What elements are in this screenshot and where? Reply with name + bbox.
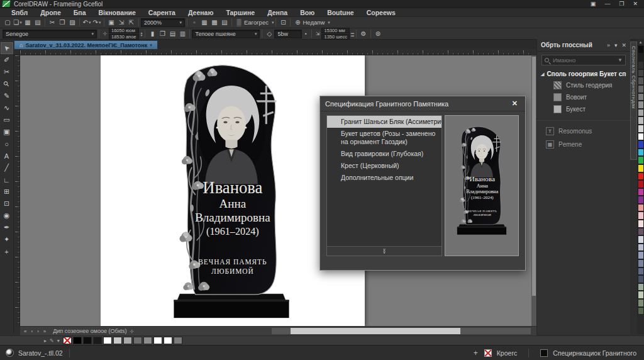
palette-swatch-27[interactable]: [638, 259, 644, 267]
options-icon[interactable]: ▒: [234, 18, 244, 27]
docker-group-header[interactable]: ◢ Споль гооорпия Букет сполонжазчный: [537, 69, 630, 79]
palette-swatch-15[interactable]: [638, 164, 644, 172]
docker-item-1[interactable]: Вовоит: [537, 91, 630, 103]
horizontal-scrollbar[interactable]: [272, 328, 531, 334]
pen-tool[interactable]: ✒: [1, 222, 13, 233]
text-tool[interactable]: A: [1, 150, 13, 162]
drawing-canvas[interactable]: Спецификация Гранитного Памятника ✕ Гран…: [20, 55, 531, 326]
spec-item-2[interactable]: Вид гравировки (Глубокая): [327, 148, 441, 160]
palette-swatch-5[interactable]: [638, 85, 644, 93]
monument-artwork[interactable]: [158, 60, 304, 320]
docker-search-input[interactable]: [552, 56, 615, 64]
doc-swatch-none[interactable]: [63, 337, 72, 344]
search-content-icon[interactable]: ▣: [106, 18, 116, 27]
rotate-icon[interactable]: ◇: [264, 29, 274, 38]
artistic-media-tool[interactable]: ∿: [1, 102, 13, 114]
palette-swatch-7[interactable]: [638, 101, 644, 109]
lock-ratio-icon[interactable]: ▪: [302, 29, 309, 38]
palette-swatch-0[interactable]: [638, 45, 644, 53]
restore-button[interactable]: ❐: [619, 1, 624, 7]
docker-search-box[interactable]: ▼: [541, 55, 626, 65]
horizontal-scrollbar-thumb[interactable]: [291, 328, 460, 334]
rectangle-tool[interactable]: ▭: [1, 114, 13, 126]
palette-swatch-23[interactable]: [638, 228, 644, 236]
palette-scroll-up-icon[interactable]: ▲: [637, 39, 644, 45]
ellipse-tool[interactable]: ○: [1, 138, 13, 150]
spec-item-0[interactable]: Гранит Шаньси Бляк (Ассиметричная: [327, 116, 441, 128]
palette-swatch-31[interactable]: [638, 291, 644, 299]
monument-preview-thumbnail[interactable]: [451, 125, 513, 235]
docker-menu-icon[interactable]: ▾: [614, 42, 618, 48]
polygon-tool[interactable]: ▣: [1, 126, 13, 138]
doc-swatch-6[interactable]: [123, 337, 132, 344]
dialog-close-button[interactable]: ✕: [509, 99, 520, 108]
palette-swatch-2[interactable]: [638, 61, 644, 69]
add-page-icon[interactable]: ⊹: [129, 329, 136, 334]
new-document-icon[interactable]: ▢: [3, 18, 13, 27]
settings-gear-icon[interactable]: ⚙: [358, 29, 369, 38]
no-fill-swatch[interactable]: [484, 349, 492, 357]
mesh-tool[interactable]: ⊡: [1, 198, 13, 210]
docker-extra-item-0[interactable]: TResomonus: [537, 125, 630, 138]
size-fields[interactable]: 15300 мм 1350 шесс: [321, 28, 349, 40]
prev-page-icon[interactable]: ‹: [30, 329, 34, 334]
palette-swatch-3[interactable]: [638, 69, 644, 77]
palette-swatch-13[interactable]: [638, 149, 644, 157]
export-icon[interactable]: ⇱: [126, 18, 136, 27]
menu-item-0[interactable]: Sпбл: [5, 9, 34, 16]
launch-dropdown[interactable]: Недапw▾: [303, 19, 330, 26]
doc-swatch-10[interactable]: [164, 337, 172, 344]
menu-item-8[interactable]: Вою: [294, 9, 321, 16]
outline-color-swatch[interactable]: [540, 349, 548, 357]
doc-swatch-11[interactable]: [174, 337, 182, 344]
palette-swatch-21[interactable]: [638, 211, 644, 220]
menu-item-7[interactable]: Денпа: [261, 9, 294, 16]
palette-swatch-1[interactable]: [638, 53, 644, 62]
filter-icon[interactable]: ▼: [618, 57, 623, 63]
tab-dropdown-icon[interactable]: ▾: [150, 43, 152, 48]
size-spinner[interactable]: ▬▬: [351, 31, 354, 37]
grid-icon-3[interactable]: ▤: [219, 18, 230, 27]
open-icon[interactable]: ❏▾: [13, 18, 23, 27]
cut-icon[interactable]: ✂: [47, 18, 57, 27]
grid-icon-1[interactable]: ▦: [199, 18, 209, 27]
mode-select[interactable]: Тепоее пшеяне▾: [192, 30, 260, 38]
palette-swatch-6[interactable]: [638, 93, 644, 101]
first-page-icon[interactable]: «: [23, 329, 28, 334]
knife-tool[interactable]: ✂: [1, 66, 13, 78]
palette-edit-icon[interactable]: ✎: [50, 338, 54, 344]
palette-swatch-11[interactable]: [638, 133, 644, 141]
palette-swatch-26[interactable]: [638, 251, 644, 259]
horizontal-ruler[interactable]: [20, 49, 531, 55]
menu-item-9[interactable]: Boutuне: [321, 9, 360, 16]
docker-item-0[interactable]: Стиль геодерия: [537, 79, 630, 91]
docker-extra-item-1[interactable]: ▦Pemene: [537, 138, 630, 151]
copy-icon[interactable]: ❐: [57, 18, 67, 27]
palette-swatch-19[interactable]: [638, 196, 644, 204]
palette-swatch-12[interactable]: [638, 140, 644, 149]
doc-swatch-1[interactable]: [73, 337, 82, 344]
spec-item-3[interactable]: Крест (Церковный): [327, 160, 441, 172]
docker-item-2[interactable]: Букест: [537, 103, 630, 115]
palette-swatch-25[interactable]: [638, 244, 644, 252]
palette-swatch-30[interactable]: [638, 283, 644, 291]
palette-swatch-18[interactable]: [638, 188, 644, 196]
menu-item-5[interactable]: Деенаю: [182, 9, 219, 16]
freehand-tool[interactable]: ✎: [1, 90, 13, 102]
spec-item-4[interactable]: Дополнительные опции: [327, 172, 441, 184]
eyedropper-tool[interactable]: ✦: [1, 233, 13, 245]
palette-options-icon[interactable]: ▾: [57, 338, 60, 344]
doc-swatch-4[interactable]: [103, 337, 112, 344]
more-tools[interactable]: +: [1, 245, 13, 257]
import-icon[interactable]: ⇲: [116, 18, 126, 27]
units-icon-1[interactable]: ▤: [167, 29, 177, 38]
angle-field[interactable]: 5bw: [274, 30, 302, 38]
docker-expand-icon[interactable]: »: [607, 42, 610, 48]
doc-swatch-8[interactable]: [143, 337, 152, 344]
snap-to-dropdown[interactable]: Еагогрес▾: [244, 19, 274, 26]
frame-tool[interactable]: ⊞: [1, 186, 13, 198]
position-fields[interactable]: 16050 юом 18530 апое: [109, 28, 139, 40]
vertical-ruler[interactable]: [14, 55, 20, 326]
doc-swatch-3[interactable]: [93, 337, 102, 344]
preset-select[interactable]: Senegoe▾: [3, 30, 97, 38]
